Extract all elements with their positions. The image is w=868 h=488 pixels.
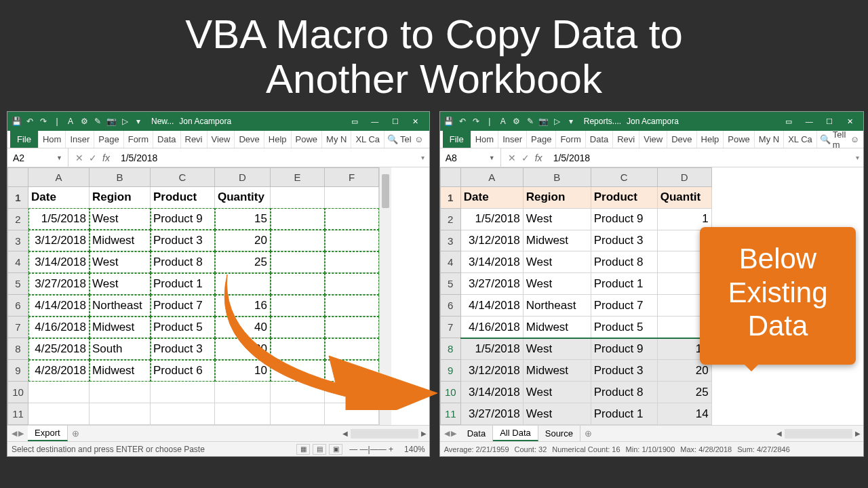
cell[interactable] (325, 273, 379, 295)
cell[interactable] (28, 382, 90, 403)
cell[interactable]: 4/25/2018 (28, 338, 90, 360)
fx-icon[interactable]: fx (102, 152, 110, 163)
brush-icon[interactable]: ✎ (526, 117, 535, 126)
minimize-button[interactable]: — (366, 114, 384, 129)
redo-icon[interactable]: ↷ (471, 117, 481, 126)
tell-me[interactable]: 🔍 Tel (387, 134, 412, 144)
enter-icon[interactable]: ✓ (89, 152, 97, 163)
ribbon-tab[interactable]: View (639, 131, 667, 148)
expand-formula-icon[interactable]: ▾ (417, 154, 429, 161)
camera-icon[interactable]: 📷 (106, 117, 116, 126)
chevron-down-icon[interactable]: ▼ (56, 155, 62, 161)
enter-icon[interactable]: ✓ (521, 152, 530, 163)
brush-icon[interactable]: ✎ (93, 117, 102, 126)
column-header[interactable]: A (460, 168, 523, 187)
row-header[interactable]: 1 (440, 186, 460, 208)
ribbon-tab[interactable]: Deve (667, 131, 696, 148)
cell[interactable]: 3/14/2018 (460, 382, 523, 403)
undo-icon[interactable]: ↶ (458, 117, 467, 126)
cell[interactable]: Product 3 (151, 230, 215, 251)
ribbon-tab[interactable]: Inser (66, 131, 94, 148)
row-header[interactable]: 8 (8, 338, 28, 360)
sheet-nav-next-icon[interactable]: ▶ (451, 429, 456, 438)
cell[interactable]: 10 (215, 360, 271, 382)
row-header[interactable]: 11 (440, 403, 460, 425)
select-icon[interactable]: A (498, 117, 508, 126)
header-cell[interactable]: Date (28, 186, 90, 208)
name-box[interactable]: A8▼ (440, 148, 501, 167)
cell[interactable]: 1/5/2018 (460, 338, 523, 360)
cell[interactable]: West (523, 382, 591, 403)
cell[interactable]: Product 1 (591, 403, 657, 425)
sheet-tab[interactable]: Source (538, 426, 580, 441)
cell[interactable]: 25 (657, 382, 711, 403)
cell[interactable]: Northeast (90, 295, 151, 317)
ribbon-tab[interactable]: Deve (235, 131, 264, 148)
column-header[interactable]: B (523, 168, 591, 187)
header-cell[interactable] (271, 186, 325, 208)
cell[interactable]: West (90, 273, 151, 295)
row-header[interactable]: 8 (440, 338, 460, 360)
row-header[interactable]: 7 (8, 317, 28, 338)
cell[interactable]: 20 (215, 230, 271, 251)
cell[interactable] (271, 273, 325, 295)
close-button[interactable]: ✕ (406, 114, 425, 129)
view-break-icon[interactable]: ▣ (329, 444, 342, 455)
ribbon-tab[interactable]: Page (527, 131, 556, 148)
cell[interactable] (271, 317, 325, 338)
column-header[interactable]: D (215, 168, 271, 187)
row-header[interactable]: 1 (8, 186, 28, 208)
cell[interactable]: 3/12/2018 (460, 230, 523, 251)
hscroll-left-icon[interactable]: ◀ (774, 430, 785, 437)
cell[interactable]: 20 (215, 338, 271, 360)
cell[interactable]: Product 3 (591, 360, 657, 382)
cancel-icon[interactable]: ✕ (508, 152, 516, 163)
cell[interactable] (325, 208, 379, 230)
cell[interactable] (325, 230, 379, 251)
maximize-button[interactable]: ☐ (820, 114, 839, 129)
gear-icon[interactable]: ⚙ (512, 117, 521, 126)
cell[interactable]: 16 (215, 295, 271, 317)
cell[interactable]: West (90, 208, 151, 230)
gear-icon[interactable]: ⚙ (79, 117, 89, 126)
feedback-icon[interactable]: ☺ (849, 134, 861, 144)
cell[interactable] (325, 251, 379, 273)
ribbon-tab[interactable]: XL Ca (351, 131, 384, 148)
sheet-nav-prev-icon[interactable]: ◀ (12, 429, 17, 438)
tell-me[interactable]: 🔍 Tell m (820, 129, 849, 150)
cell[interactable] (325, 338, 379, 360)
ribbon-tab[interactable]: My N (755, 131, 784, 148)
select-all-corner[interactable] (440, 168, 460, 187)
cell[interactable] (271, 338, 325, 360)
cell[interactable] (90, 382, 151, 403)
cell[interactable]: Midwest (523, 360, 591, 382)
header-cell[interactable]: Product (151, 186, 215, 208)
cell[interactable]: Product 9 (591, 208, 657, 230)
cell[interactable]: Product 5 (591, 317, 657, 338)
ribbon-tab[interactable]: Hom (471, 131, 498, 148)
cell[interactable] (325, 317, 379, 338)
view-normal-icon[interactable]: ▦ (296, 444, 310, 455)
ribbon-tab[interactable]: Revi (181, 131, 208, 148)
row-header[interactable]: 2 (440, 208, 460, 230)
cell[interactable] (271, 295, 325, 317)
close-button[interactable]: ✕ (840, 114, 859, 129)
save-icon[interactable]: 💾 (444, 117, 454, 126)
hscroll-left-icon[interactable]: ◀ (340, 430, 351, 437)
header-cell[interactable]: Region (523, 186, 591, 208)
column-header[interactable]: E (271, 168, 325, 187)
cell[interactable]: Product 8 (591, 251, 657, 273)
select-icon[interactable]: A (66, 117, 75, 126)
header-cell[interactable]: Product (591, 186, 657, 208)
cell[interactable] (271, 208, 325, 230)
chevron-down-icon[interactable]: ▼ (489, 155, 495, 161)
cell[interactable] (271, 251, 325, 273)
cell[interactable]: Midwest (90, 360, 151, 382)
add-sheet-button[interactable]: ⊕ (580, 428, 597, 439)
ribbon-tab[interactable]: Inser (498, 131, 527, 148)
ribbon-tab[interactable]: Revi (613, 131, 639, 148)
cell[interactable]: 25 (215, 251, 271, 273)
ribbon-tab[interactable]: Data (153, 131, 180, 148)
cell[interactable]: Northeast (523, 295, 591, 317)
row-header[interactable]: 4 (440, 251, 460, 273)
